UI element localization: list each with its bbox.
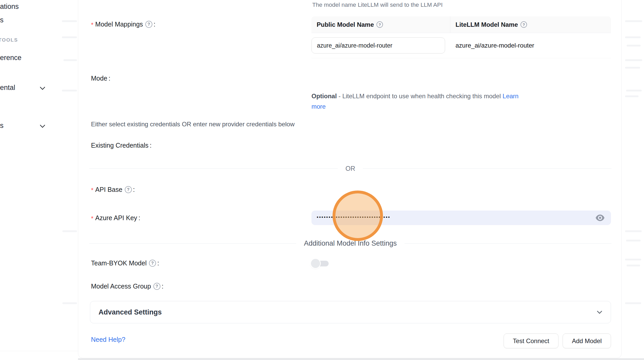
dimmed-row (63, 59, 77, 61)
dimmed-row (625, 230, 642, 232)
additional-settings-divider: Additional Model Info Settings (89, 239, 612, 247)
model-mappings-label: * Model Mappings ? : (91, 21, 155, 28)
api-base-label-text: API Base (95, 186, 122, 193)
masked-api-key: ••••••••••••••••••••••••••••••• (317, 214, 391, 220)
dimmed-row (626, 240, 641, 241)
api-base-label: * API Base ? : (91, 186, 135, 193)
additional-settings-divider-label: Additional Model Info Settings (296, 239, 405, 247)
dimmed-row (62, 302, 77, 304)
dimmed-row (62, 90, 77, 91)
label-colon: : (162, 283, 164, 290)
table-row: azure_ai/azure-model-router (311, 33, 611, 58)
label-colon: : (133, 186, 135, 193)
sidebar-item-organizations[interactable]: ations (0, 3, 19, 11)
sidebar-divider (0, 351, 78, 351)
chevron-down-icon[interactable] (40, 85, 45, 90)
label-colon: : (109, 75, 110, 82)
learn-more-link[interactable]: more (311, 103, 326, 110)
help-icon[interactable]: ? (376, 21, 383, 28)
sidebar-section-tools: TOOLS (0, 37, 18, 43)
litellm-model-name-value: azure_ai/azure-model-router (450, 42, 611, 49)
model-access-group-label-text: Model Access Group (91, 283, 151, 290)
public-model-name-input[interactable] (311, 37, 445, 54)
dimmed-row (626, 90, 642, 91)
existing-credentials-label: Existing Credentials : (91, 142, 152, 149)
label-colon: : (139, 214, 140, 222)
label-colon: : (154, 21, 155, 28)
test-connect-button[interactable]: Test Connect (504, 333, 558, 348)
add-model-button[interactable]: Add Model (563, 333, 611, 348)
column-header-label: Public Model Name (317, 21, 374, 28)
dimmed-row (625, 95, 639, 97)
table-header: Public Model Name ? LiteLLM Model Name ? (311, 16, 611, 33)
mode-help-text: Optional - LiteLLM endpoint to use when … (311, 91, 587, 112)
azure-api-key-label-text: Azure API Key (95, 214, 137, 222)
label-colon: : (150, 142, 152, 149)
existing-credentials-label-text: Existing Credentials (91, 142, 148, 149)
chevron-down-icon (596, 308, 603, 316)
dimmed-row (625, 67, 640, 69)
sidebar-item-settings[interactable]: s (0, 122, 4, 130)
dimmed-row (627, 265, 640, 266)
dimmed-row (625, 302, 641, 304)
advanced-settings-label: Advanced Settings (99, 308, 162, 316)
column-header-litellm-model-name: LiteLLM Model Name ? (450, 16, 611, 33)
or-divider: OR (89, 165, 612, 172)
required-marker: * (91, 215, 93, 222)
dimmed-row (625, 259, 641, 260)
model-mappings-table: Public Model Name ? LiteLLM Model Name ?… (311, 16, 611, 58)
learn-more-link[interactable]: Learn (503, 93, 518, 100)
dimmed-row (62, 36, 77, 38)
help-icon[interactable]: ? (125, 186, 132, 193)
mode-help-body: - LiteLLM endpoint to use when health ch… (337, 93, 503, 100)
required-marker: * (91, 21, 93, 29)
toggle-knob (311, 259, 320, 268)
help-icon[interactable]: ? (145, 21, 152, 28)
page-background-strip (78, 358, 644, 360)
sidebar-item[interactable]: s (0, 16, 4, 24)
mode-label: Mode : (91, 75, 110, 82)
help-icon[interactable]: ? (521, 21, 527, 28)
azure-api-key-label: * Azure API Key : (91, 214, 140, 222)
credentials-note: Either select existing credentials OR en… (91, 121, 295, 128)
eye-icon[interactable] (595, 214, 605, 221)
dimmed-row (62, 20, 77, 22)
model-mappings-label-text: Model Mappings (95, 21, 143, 28)
help-icon[interactable]: ? (149, 260, 156, 267)
team-byok-label-text: Team-BYOK Model (91, 259, 147, 267)
sidebar-item-experimental[interactable]: ental (0, 84, 15, 92)
mode-label-text: Mode (91, 75, 107, 82)
model-name-hint: The model name LiteLLM will send to the … (312, 2, 443, 8)
column-header-public-model-name: Public Model Name ? (311, 16, 450, 33)
advanced-settings-panel[interactable]: Advanced Settings (90, 301, 611, 323)
help-icon[interactable]: ? (153, 283, 160, 290)
dimmed-row (625, 59, 642, 61)
mode-help-bold: Optional (311, 93, 337, 100)
required-marker: * (91, 187, 93, 194)
label-colon: : (157, 259, 159, 267)
or-divider-label: OR (338, 165, 363, 172)
dimmed-row (627, 45, 641, 47)
dimmed-row (625, 20, 642, 22)
dimmed-row (625, 36, 641, 38)
azure-api-key-input[interactable]: ••••••••••••••••••••••••••••••• (311, 211, 611, 225)
need-help-link[interactable]: Need Help? (91, 336, 125, 343)
dimmed-row (62, 230, 77, 232)
column-header-label: LiteLLM Model Name (456, 21, 518, 28)
chevron-down-icon[interactable] (40, 123, 45, 128)
team-byok-label: Team-BYOK Model ? : (91, 259, 159, 267)
team-byok-toggle[interactable] (311, 259, 329, 268)
sidebar-item-inference[interactable]: erence (0, 54, 22, 62)
model-access-group-label: Model Access Group ? : (91, 283, 164, 290)
